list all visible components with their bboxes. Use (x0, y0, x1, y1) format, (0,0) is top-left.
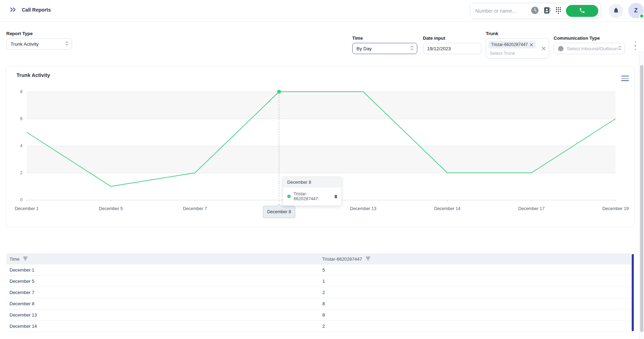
chart-tooltip: December 8 Tristar-6620287447: 8 (283, 177, 342, 206)
communication-type-select[interactable]: Select Inbound/Outbound (554, 43, 625, 54)
notifications-button[interactable] (609, 4, 623, 18)
filter-lines-icon[interactable] (23, 256, 28, 262)
trunk-label: Trunk (486, 31, 549, 36)
avatar[interactable]: Z (628, 3, 644, 18)
chevrons-right-icon (10, 7, 17, 13)
axis-pointer-label: December 8 (263, 206, 295, 218)
more-options-button[interactable] (632, 41, 638, 51)
search-input[interactable] (470, 3, 531, 19)
presence-dot (639, 14, 644, 18)
bell-icon (613, 7, 619, 15)
cell-value: 2 (322, 324, 325, 329)
report-table-body: December 15December 51December 72Decembe… (6, 265, 631, 332)
clock-icon (531, 6, 539, 16)
trunk-chip-label: Tristar-6620287447 (491, 42, 528, 47)
report-type-select[interactable]: Trunk Activity (6, 38, 72, 50)
dialpad-button[interactable] (555, 7, 561, 15)
svg-text:0: 0 (20, 197, 22, 202)
tooltip-header: December 8 (283, 177, 341, 188)
trunk-group: Trunk Tristar-6620287447 Select Trunk (486, 31, 549, 59)
table-row: December 142 (6, 321, 631, 332)
cell-value: 1 (322, 279, 325, 284)
time-select[interactable]: By Day (352, 43, 417, 54)
avatar-initial: Z (634, 7, 638, 14)
communication-type-placeholder: Select Inbound/Outbound (567, 46, 618, 51)
svg-text:December 14: December 14 (434, 206, 461, 211)
dialer-widget (470, 3, 601, 19)
svg-text:December 1: December 1 (15, 206, 39, 211)
svg-text:6: 6 (20, 116, 22, 121)
report-type-group: Report Type Trunk Activity (6, 31, 72, 50)
svg-text:December 19: December 19 (602, 206, 629, 211)
trunk-multiselect[interactable]: Tristar-6620287447 Select Trunk (486, 38, 549, 59)
table-row: December 138 (6, 309, 631, 321)
call-history-button[interactable] (531, 6, 539, 16)
time-value: By Day (356, 46, 410, 51)
column-header-trunk[interactable]: Tristar-6620287447 (322, 256, 371, 262)
cell-value: 2 (322, 290, 325, 295)
page-title: Call Reports (22, 7, 51, 13)
cell-value: 5 (322, 267, 325, 273)
select-stepper-icon (410, 45, 414, 52)
sidebar-collapse-button[interactable] (10, 7, 17, 14)
tooltip-series-label: Tristar-6620287447: (294, 191, 332, 201)
report-type-label: Report Type (6, 31, 72, 36)
svg-text:December 5: December 5 (99, 206, 123, 211)
cell-time: December 7 (9, 290, 322, 295)
column-label-trunk: Tristar-6620287447 (322, 256, 362, 262)
trunk-clear-icon[interactable] (542, 47, 546, 51)
cell-time: December 1 (9, 267, 322, 273)
svg-text:December 7: December 7 (183, 206, 207, 211)
cell-time: December 5 (9, 279, 322, 284)
svg-text:2: 2 (20, 170, 22, 175)
trunk-chip[interactable]: Tristar-6620287447 (488, 41, 536, 48)
date-input-label: Date input (423, 35, 482, 41)
cell-value: 8 (322, 301, 325, 306)
select-stepper-icon (65, 41, 69, 47)
date-input[interactable] (423, 43, 482, 54)
contact-card-icon (543, 7, 551, 15)
column-label-time: Time (9, 256, 19, 262)
communication-type-label: Communication Type (554, 35, 625, 41)
table-row: December 72 (6, 287, 631, 298)
tooltip-body: Tristar-6620287447: 8 (283, 188, 341, 206)
comment-bubble-icon (558, 46, 564, 52)
table-row: December 15 (6, 265, 631, 276)
table-header: Time Tristar-6620287447 (6, 253, 631, 265)
page-scrollbar-track (639, 51, 644, 339)
select-stepper-icon (618, 45, 622, 52)
table-scrollbar-thumb[interactable] (632, 254, 634, 331)
cell-time: December 13 (9, 312, 322, 318)
trunk-activity-card: Trunk Activity 02468December 1December 5… (6, 66, 635, 227)
table-row: December 88 (6, 298, 631, 309)
contacts-button[interactable] (543, 7, 551, 15)
series-dot-icon (287, 195, 291, 198)
page-scrollbar-thumb[interactable] (640, 65, 643, 332)
table-row: December 51 (6, 276, 631, 287)
communication-type-group: Communication Type Select Inbound/Outbou… (554, 35, 625, 54)
svg-text:8: 8 (20, 89, 22, 94)
report-type-value: Trunk Activity (11, 41, 65, 47)
svg-text:4: 4 (20, 143, 22, 148)
date-input-group: Date input (423, 35, 482, 54)
time-group: Time By Day (352, 35, 417, 54)
column-header-time[interactable]: Time (9, 256, 322, 262)
dialpad-icon (555, 7, 561, 15)
svg-text:December 17: December 17 (518, 206, 545, 211)
report-table: Time Tristar-6620287447 December 15Decem… (6, 253, 631, 332)
cell-time: December 8 (9, 301, 322, 306)
trunk-placeholder: Select Trunk (490, 51, 515, 56)
call-button[interactable] (566, 5, 598, 17)
tooltip-value: 8 (335, 194, 337, 199)
svg-text:December 13: December 13 (350, 206, 376, 211)
chip-remove-icon[interactable] (530, 43, 533, 46)
time-label: Time (352, 35, 417, 41)
phone-icon (579, 7, 585, 15)
filter-lines-icon[interactable] (366, 256, 371, 262)
cell-time: December 14 (9, 324, 322, 329)
cell-value: 8 (322, 312, 325, 318)
top-bar: Call Reports (0, 0, 644, 22)
